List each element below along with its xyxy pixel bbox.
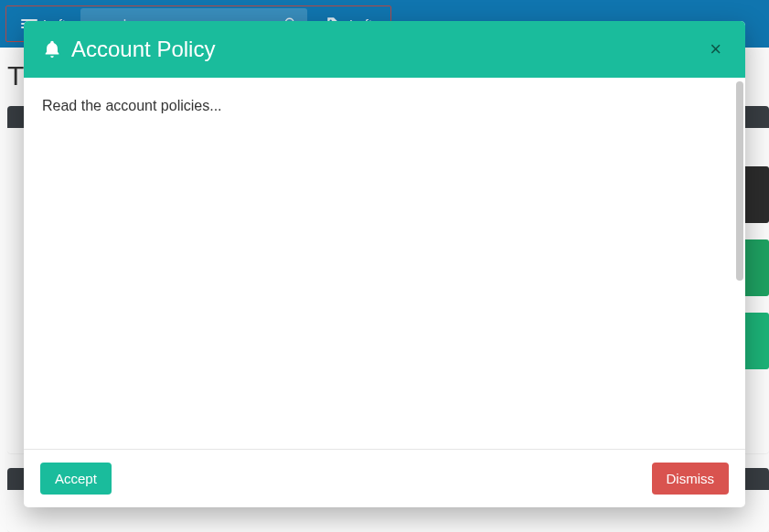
modal-body-wrap: Read the account policies... [24,78,745,449]
account-policy-modal: Account Policy × Read the account polici… [24,21,745,507]
accept-button[interactable]: Accept [40,463,112,495]
close-button[interactable]: × [704,36,727,63]
modal-footer: Accept Dismiss [24,449,745,507]
dismiss-button[interactable]: Dismiss [652,463,730,495]
modal-body-text: Read the account policies... [42,98,727,114]
modal-header: Account Policy × [24,21,745,78]
bell-icon [42,39,62,59]
modal-title-text: Account Policy [71,37,215,62]
close-icon: × [710,37,721,60]
modal-title: Account Policy [42,37,693,62]
scrollbar-thumb[interactable] [736,81,743,281]
modal-body[interactable]: Read the account policies... [24,78,745,449]
